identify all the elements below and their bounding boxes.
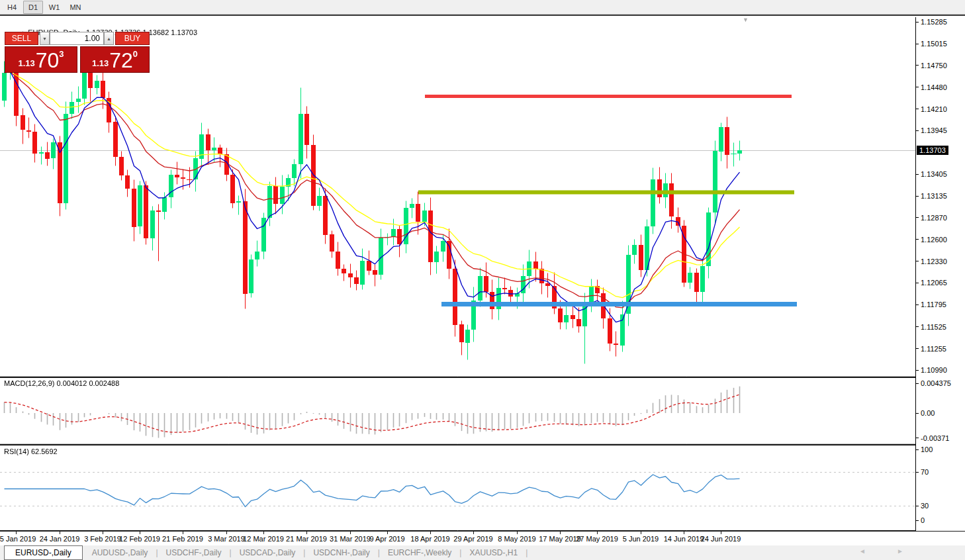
timeframe-d1[interactable]: D1 [23,1,43,14]
price-tick-label: 1.14480 [916,83,947,91]
date-label: 18 Apr 2019 [410,535,449,543]
rsi-label: RSI(14) 62.5692 [4,447,58,455]
rsi-tick-label: 30 [916,502,929,510]
date-label: 17 May 2019 [539,535,581,543]
date-label: 3 Mar 2019 [208,535,245,543]
date-label: 12 Feb 2019 [119,535,160,543]
date-tick [263,532,264,534]
date-label: 24 Jun 2019 [701,535,741,543]
macd-tick-label: 0.00 [916,409,935,417]
spinner-up-icon: ▲ [107,36,111,41]
date-tick [684,532,684,534]
trade-controls-row: SELL ▼ ▲ BUY [5,32,150,45]
timeframe-toolbar: H4D1W1MN [0,0,965,15]
date-tick [517,532,518,534]
price-tick-label: 1.11795 [916,301,946,308]
price-tick-label: 1.12600 [916,236,947,244]
rsi-tick-label: 70 [916,468,929,476]
price-tick-label: 1.15015 [916,40,947,48]
chart-tab-bar: EURUSD-,DailyAUDUSD-,Daily|USDCHF-,Daily… [0,544,965,560]
date-label: 21 Mar 2019 [286,535,327,543]
tab-usdcad-daily[interactable]: USDCAD-,Daily [232,548,304,557]
price-tick-label: 1.13945 [916,126,947,134]
volume-increase-button[interactable]: ▲ [104,32,114,45]
trading-terminal-window: H4D1W1MN ▲EURUSD-,Daily1.13730 1.13736 1… [0,0,965,560]
price-tick-label: 1.13405 [916,170,947,178]
timeframe-h4[interactable]: H4 [2,1,22,14]
date-label: 12 Mar 2019 [243,535,284,543]
volume-decrease-button[interactable]: ▼ [40,32,50,45]
tab-xauusd-h1[interactable]: XAUUSD-,H1 [461,548,526,557]
buy-price-big: 72 [109,50,133,71]
date-tick [306,532,307,534]
sell-price-prefix: 1.13 [18,58,34,68]
buy-price-prefix: 1.13 [92,58,109,68]
date-label: 27 May 2019 [576,535,618,543]
chart-collapse-icon[interactable]: ▼ [743,17,749,23]
date-tick [60,532,60,534]
date-label: 15 Jan 2019 [0,535,36,543]
one-click-trade-panel: SELL ▼ ▲ BUY 1.13703 1.13720 [5,32,150,73]
spinner-down-icon: ▼ [42,36,47,41]
date-tick [226,532,227,534]
timeframe-w1[interactable]: W1 [44,1,64,14]
timeframe-mn[interactable]: MN [66,1,85,14]
sell-price-button[interactable]: 1.13703 [5,46,77,73]
date-label: 29 Apr 2019 [453,535,492,543]
price-tick-label: 1.13135 [916,192,947,200]
date-tick [597,532,598,534]
date-axis[interactable]: 15 Jan 201924 Jan 20193 Feb 201912 Feb 2… [0,531,965,545]
price-tick-label: 1.11525 [916,323,946,331]
macd-label: MACD(12,26,9) 0.004012 0.002488 [4,379,119,387]
date-label: 8 May 2019 [498,535,535,543]
buy-price-pip: 0 [133,49,138,59]
date-tick [350,532,351,534]
buy-price-button[interactable]: 1.13720 [80,46,150,73]
rsi-tick-label: 0 [916,516,925,524]
date-tick [183,532,183,534]
chart-area: ▲EURUSD-,Daily1.13730 1.13736 1.13682 1.… [0,15,965,544]
date-tick [140,532,140,534]
date-tick [387,532,388,534]
date-label: 3 Feb 2019 [84,535,121,543]
chart-canvas[interactable] [0,17,915,531]
tab-eurusd-daily[interactable]: EURUSD-,Daily [4,545,83,560]
date-tick [473,532,474,534]
date-label: 14 Jun 2019 [664,535,704,543]
sell-price-pip: 3 [59,49,64,59]
date-tick [103,532,103,534]
price-tick-label: 1.10990 [916,366,947,374]
tabs-scroll-left-icon[interactable]: ◄ [859,547,866,555]
tab-eurchf-weekly[interactable]: EURCHF-,Weekly [380,548,459,557]
date-label: 9 Apr 2019 [369,535,404,543]
date-label: 24 Jan 2019 [40,535,80,543]
macd-tick-label: 0.004375 [916,379,951,387]
price-tick-label: 1.14210 [916,105,947,113]
date-tick [721,532,721,534]
tab-usdchf-daily[interactable]: USDCHF-,Daily [158,548,230,557]
price-tick-label: 1.11255 [916,345,946,353]
volume-input[interactable] [50,32,104,45]
tab-usdcnh-daily[interactable]: USDCNH-,Daily [305,548,377,557]
date-label: 31 Mar 2019 [330,535,371,543]
buy-button[interactable]: BUY [115,32,150,45]
sell-button[interactable]: SELL [5,32,38,45]
date-tick [16,532,17,534]
tab-separator: | [526,548,528,557]
price-tick-label: 1.14750 [916,62,947,70]
price-tick-label: 1.15285 [916,18,947,26]
date-label: 5 Jun 2019 [623,535,659,543]
rsi-tick-label: 100 [916,445,933,453]
macd-tick-label: -0.00371 [916,434,949,442]
price-axis[interactable]: 1.152851.150151.147501.144801.142101.139… [915,17,965,531]
tabs-scroll-right-icon[interactable]: ► [897,547,903,555]
price-tick-label: 1.12065 [916,279,947,287]
date-tick [641,532,641,534]
date-tick [430,532,431,534]
date-label: 21 Feb 2019 [162,535,203,543]
tab-audusd-daily[interactable]: AUDUSD-,Daily [84,548,156,557]
date-tick [560,532,561,534]
price-tick-label: 1.12870 [916,214,947,222]
price-tick-label: 1.12330 [916,257,947,265]
sell-price-big: 70 [36,50,60,71]
